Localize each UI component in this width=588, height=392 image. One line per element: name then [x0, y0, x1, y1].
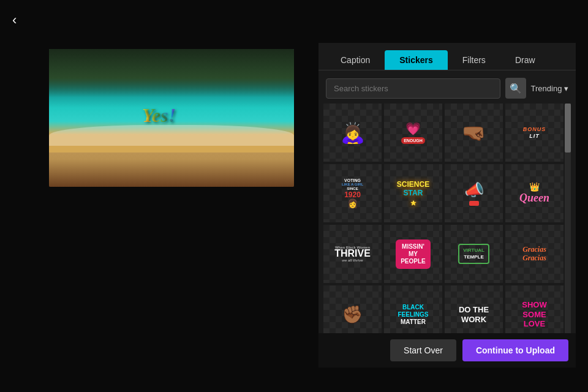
- sticker-item[interactable]: 🙇‍♀️: [323, 104, 382, 162]
- sticker-item[interactable]: SCIENCESTAR⭐: [384, 164, 442, 222]
- search-bar: 🔍 Trending ▾: [318, 70, 576, 104]
- yes-sticker[interactable]: Yes!: [142, 104, 176, 127]
- sticker-item[interactable]: BLACKFEELINGSMATTER: [384, 285, 442, 333]
- video-preview: Yes!: [49, 49, 294, 187]
- sticker-item[interactable]: VOTING LIKE A GIRL SINCE 1920 👩: [323, 164, 382, 222]
- tab-stickers[interactable]: Stickers: [385, 50, 447, 70]
- continue-upload-button[interactable]: Continue to Upload: [462, 339, 568, 361]
- stickers-container: 🙇‍♀️ 💗 ENOUGH 🤜🏾 BONUSLIT: [318, 104, 576, 333]
- tab-caption[interactable]: Caption: [326, 50, 385, 70]
- sticker-item[interactable]: MISSIN'MYPEOPLE: [384, 225, 442, 283]
- sticker-item[interactable]: ✊🏾: [323, 285, 382, 333]
- scrollbar-track[interactable]: [565, 104, 571, 333]
- trending-button[interactable]: Trending ▾: [531, 84, 568, 93]
- search-input[interactable]: [326, 78, 500, 99]
- sticker-item[interactable]: DO THEWORK: [445, 285, 503, 333]
- back-button[interactable]: ‹: [12, 12, 17, 28]
- sticker-item[interactable]: 📣: [445, 164, 503, 222]
- bottom-bar: Start Over Continue to Upload: [318, 333, 576, 368]
- sticker-item[interactable]: When Black Women THRIVE we all thrive: [323, 225, 382, 283]
- scrollbar-thumb[interactable]: [565, 104, 571, 153]
- tab-filters[interactable]: Filters: [448, 50, 500, 70]
- sticker-item[interactable]: VIRTUALTEMPLE: [445, 225, 503, 283]
- sticker-item[interactable]: 👑 Queen: [505, 164, 564, 222]
- tabs-bar: Caption Stickers Filters Draw: [318, 43, 576, 70]
- search-button[interactable]: 🔍: [505, 78, 526, 99]
- start-over-button[interactable]: Start Over: [390, 339, 456, 361]
- editor-panel: Caption Stickers Filters Draw 🔍 Trending…: [318, 43, 576, 368]
- sticker-item[interactable]: BONUSLIT: [505, 104, 564, 162]
- search-icon: 🔍: [510, 83, 522, 94]
- stickers-grid: 🙇‍♀️ 💗 ENOUGH 🤜🏾 BONUSLIT: [323, 104, 573, 333]
- sticker-item[interactable]: SHOWSOMELOVE: [505, 285, 564, 333]
- sticker-item[interactable]: 💗 ENOUGH: [384, 104, 442, 162]
- sticker-item[interactable]: 🤜🏾: [445, 104, 503, 162]
- sticker-item[interactable]: GraciasGracias: [505, 225, 564, 283]
- tab-draw[interactable]: Draw: [500, 50, 550, 70]
